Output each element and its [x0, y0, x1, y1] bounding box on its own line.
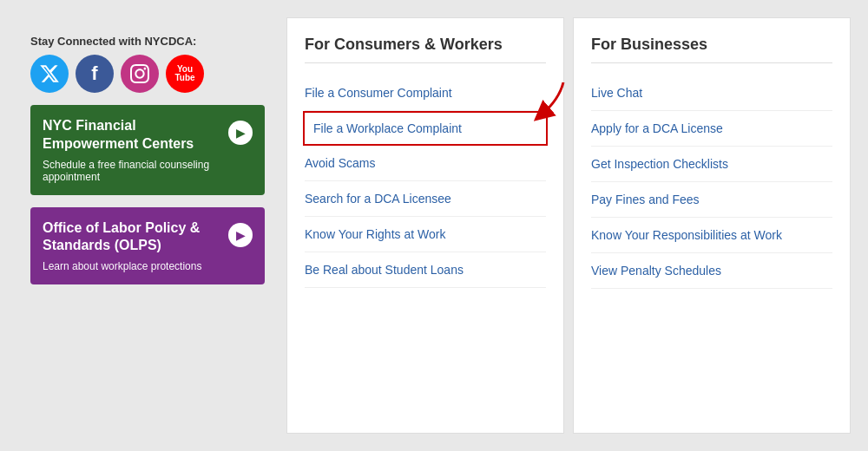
live-chat-link[interactable]: Live Chat [591, 75, 832, 111]
consumers-workers-column: For Consumers & Workers File a Consumer … [286, 17, 564, 434]
avoid-scams-link[interactable]: Avoid Scams [305, 146, 546, 181]
know-responsibilities-link[interactable]: Know Your Responsibilities at Work [591, 218, 832, 253]
twitter-icon[interactable] [30, 55, 69, 93]
pay-fines-fees-link[interactable]: Pay Fines and Fees [591, 182, 832, 218]
view-penalty-schedules-link[interactable]: View Penalty Schedules [591, 253, 832, 289]
labor-policy-banner[interactable]: Office of Labor Policy & Standards (OLPS… [30, 207, 265, 285]
financial-empowerment-banner[interactable]: NYC Financial Empowerment Centers Schedu… [30, 105, 265, 195]
apply-dca-license-link[interactable]: Apply for a DCA License [591, 111, 832, 147]
file-workplace-complaint-link[interactable]: File a Workplace Complaint [303, 111, 548, 146]
instagram-icon[interactable] [121, 55, 159, 93]
social-title: Stay Connected with NYCDCA: [30, 35, 265, 48]
purple-banner-subtitle: Learn about workplace protections [43, 260, 220, 272]
facebook-icon[interactable]: f [76, 55, 114, 93]
know-rights-link[interactable]: Know Your Rights at Work [305, 217, 546, 252]
get-inspection-checklists-link[interactable]: Get Inspection Checklists [591, 147, 832, 182]
file-consumer-complaint-link[interactable]: File a Consumer Complaint [305, 75, 546, 111]
social-icons-row: f You Tube [30, 55, 265, 93]
student-loans-link[interactable]: Be Real about Student Loans [305, 252, 546, 288]
green-play-button[interactable]: ▶ [228, 121, 253, 145]
social-section: Stay Connected with NYCDCA: f You Tube [30, 35, 265, 93]
purple-banner-title: Office of Labor Policy & Standards (OLPS… [43, 219, 220, 256]
green-banner-subtitle: Schedule a free financial counseling app… [43, 159, 220, 183]
businesses-column: For Businesses Live Chat Apply for a DCA… [573, 17, 851, 434]
youtube-icon[interactable]: You Tube [166, 55, 204, 93]
consumers-workers-header: For Consumers & Workers [305, 36, 546, 63]
green-banner-title: NYC Financial Empowerment Centers [43, 117, 220, 154]
search-dca-licensee-link[interactable]: Search for a DCA Licensee [305, 181, 546, 217]
businesses-header: For Businesses [591, 36, 832, 63]
purple-play-button[interactable]: ▶ [228, 223, 253, 247]
left-sidebar: Stay Connected with NYCDCA: f You Tube [17, 17, 278, 434]
